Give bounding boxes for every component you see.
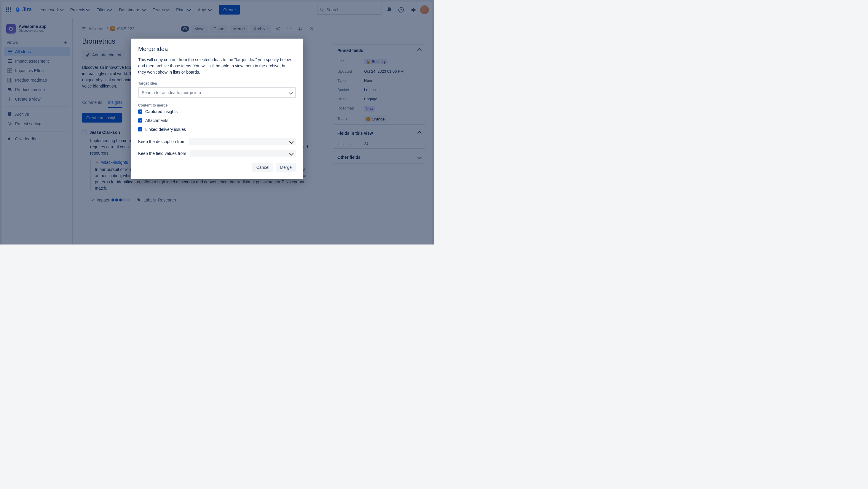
target-idea-label: Target idea	[138, 81, 296, 85]
check-linked-issues[interactable]: ✓Linked delivery issues	[138, 127, 296, 132]
merge-confirm-button[interactable]: Merge	[276, 163, 296, 172]
keep-description-label: Keep the description from	[138, 139, 186, 144]
modal-title: Merge idea	[138, 46, 296, 53]
keep-fields-label: Keep the field values from	[138, 151, 186, 156]
keep-description-select[interactable]	[189, 138, 296, 145]
cancel-button[interactable]: Cancel	[252, 163, 274, 172]
modal-overlay[interactable]: Merge idea This will copy content from t…	[0, 0, 434, 244]
merge-modal: Merge idea This will copy content from t…	[131, 38, 303, 179]
content-to-merge-label: Content to merge	[138, 103, 296, 108]
check-captured-insights[interactable]: ✓Captured insights	[138, 109, 296, 114]
keep-fields-select[interactable]	[190, 149, 296, 157]
modal-description: This will copy content from the selected…	[138, 57, 296, 75]
target-idea-select[interactable]: Search for an idea to merge into	[138, 87, 296, 98]
check-attachments[interactable]: ✓Attachments	[138, 118, 296, 123]
